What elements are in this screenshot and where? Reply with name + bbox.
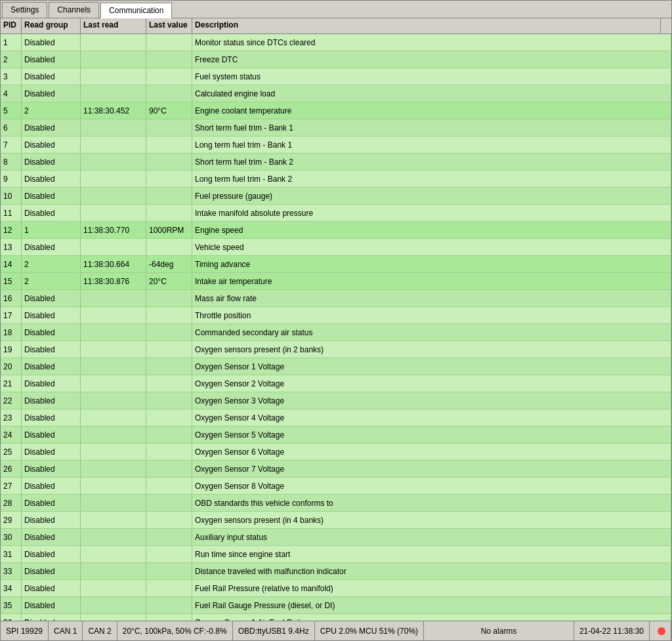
cell-lastvalue xyxy=(146,34,192,51)
cell-lastread xyxy=(81,512,146,528)
cell-lastread xyxy=(81,205,146,221)
cell-lastvalue xyxy=(146,136,192,153)
table-row[interactable]: 27DisabledOxygen Sensor 8 Voltage xyxy=(1,478,671,495)
cell-readgroup: Disabled xyxy=(22,188,81,204)
table-row[interactable]: 7DisabledLong term fuel trim - Bank 1 xyxy=(1,136,671,154)
cell-pid: 30 xyxy=(1,529,22,545)
table-row[interactable]: 19DisabledOxygen sensors present (in 2 b… xyxy=(1,341,671,358)
cell-lastread xyxy=(81,136,146,153)
cell-description: Fuel system status xyxy=(192,68,671,85)
cell-lastread xyxy=(81,34,146,51)
cell-lastvalue xyxy=(146,529,192,545)
cell-pid: 7 xyxy=(1,136,22,153)
cell-readgroup: Disabled xyxy=(22,392,81,409)
cell-pid: 35 xyxy=(1,597,22,613)
table-row[interactable]: 9DisabledLong term fuel trim - Bank 2 xyxy=(1,171,671,188)
cell-lastvalue xyxy=(146,239,192,255)
table-row[interactable]: 16DisabledMass air flow rate xyxy=(1,290,671,307)
table-row[interactable]: 3DisabledFuel system status xyxy=(1,68,671,85)
table-row[interactable]: 23DisabledOxygen Sensor 4 Voltage xyxy=(1,409,671,426)
table-row[interactable]: 6DisabledShort term fuel trim - Bank 1 xyxy=(1,119,671,136)
table-row[interactable]: 30DisabledAuxiliary input status xyxy=(1,529,671,546)
tab-communication[interactable]: Communication xyxy=(100,3,172,18)
table-row[interactable]: 24DisabledOxygen Sensor 5 Voltage xyxy=(1,426,671,444)
led-indicator xyxy=(650,621,671,640)
table-row[interactable]: 11DisabledIntake manifold absolute press… xyxy=(1,205,671,222)
table-body[interactable]: 1DisabledMonitor status since DTCs clear… xyxy=(1,34,671,621)
cell-pid: 14 xyxy=(1,256,22,272)
cell-lastread xyxy=(81,324,146,341)
cell-description: Distance traveled with malfunction indic… xyxy=(192,563,671,579)
table-row[interactable]: 21DisabledOxygen Sensor 2 Voltage xyxy=(1,375,671,392)
alarms-status: No alarms xyxy=(424,621,574,640)
cell-lastread xyxy=(81,392,146,409)
cell-lastread xyxy=(81,307,146,323)
cell-lastread: 11:38:30.664 xyxy=(81,256,146,272)
cell-pid: 4 xyxy=(1,85,22,102)
table-row[interactable]: 8DisabledShort term fuel trim - Bank 2 xyxy=(1,154,671,171)
cell-pid: 12 xyxy=(1,222,22,238)
cell-lastvalue xyxy=(146,426,192,443)
cell-pid: 31 xyxy=(1,546,22,562)
cell-readgroup: Disabled xyxy=(22,478,81,494)
cell-pid: 27 xyxy=(1,478,22,494)
cell-description: Oxygen Sensor 7 Voltage xyxy=(192,461,671,477)
cell-pid: 8 xyxy=(1,154,22,170)
cell-lastread xyxy=(81,171,146,187)
cell-description: Vehicle speed xyxy=(192,239,671,255)
cell-lastread xyxy=(81,495,146,511)
table-row[interactable]: 10DisabledFuel pressure (gauge) xyxy=(1,188,671,205)
table-row[interactable]: 4DisabledCalculated engine load xyxy=(1,85,671,102)
status-led xyxy=(658,627,665,635)
table-row[interactable]: 33DisabledDistance traveled with malfunc… xyxy=(1,563,671,580)
table-row[interactable]: 22DisabledOxygen Sensor 3 Voltage xyxy=(1,392,671,409)
cell-pid: 17 xyxy=(1,307,22,323)
cell-lastread xyxy=(81,188,146,204)
cell-description: Fuel pressure (gauge) xyxy=(192,188,671,204)
table-row[interactable]: 5211:38:30.45290°CEngine coolant tempera… xyxy=(1,102,671,119)
cell-readgroup: 2 xyxy=(22,102,81,119)
table-row[interactable]: 31DisabledRun time since engine start xyxy=(1,546,671,563)
cell-description: Monitor status since DTCs cleared xyxy=(192,34,671,51)
table-row[interactable]: 34DisabledFuel Rail Pressure (relative t… xyxy=(1,580,671,597)
table-row[interactable]: 2DisabledFreeze DTC xyxy=(1,51,671,68)
table-row[interactable]: 18DisabledCommanded secondary air status xyxy=(1,324,671,341)
table-row[interactable]: 14211:38:30.664-64degTiming advance xyxy=(1,256,671,273)
cell-lastvalue xyxy=(146,358,192,375)
table-row[interactable]: 12111:38:30.7701000RPMEngine speed xyxy=(1,222,671,239)
cell-readgroup: Disabled xyxy=(22,461,81,477)
table-row[interactable]: 36DisabledOxygen Sensor 1 Air Fuel Ratio xyxy=(1,614,671,621)
cell-readgroup: Disabled xyxy=(22,375,81,392)
status-bar: SPI 19929 CAN 1 CAN 2 20°C, 100kPa, 50% … xyxy=(1,621,671,640)
cell-lastread xyxy=(81,375,146,392)
table-row[interactable]: 29DisabledOxygen sensors present (in 4 b… xyxy=(1,512,671,529)
table-row[interactable]: 17DisabledThrottle position xyxy=(1,307,671,324)
main-window: Settings Channels Communication PID Read… xyxy=(0,0,672,641)
cell-pid: 2 xyxy=(1,51,22,68)
cell-description: Fuel Rail Gauge Pressure (diesel, or DI) xyxy=(192,597,671,613)
table-row[interactable]: 26DisabledOxygen Sensor 7 Voltage xyxy=(1,461,671,478)
cell-description: Intake air temperature xyxy=(192,273,671,289)
cell-description: Calculated engine load xyxy=(192,85,671,102)
table-row[interactable]: 20DisabledOxygen Sensor 1 Voltage xyxy=(1,358,671,375)
cell-lastvalue xyxy=(146,392,192,409)
cell-description: Oxygen sensors present (in 4 banks) xyxy=(192,512,671,528)
cell-lastvalue xyxy=(146,375,192,392)
table-row[interactable]: 25DisabledOxygen Sensor 6 Voltage xyxy=(1,444,671,461)
table-row[interactable]: 15211:38:30.87620°CIntake air temperatur… xyxy=(1,273,671,290)
col-header-readgroup: Read group xyxy=(22,18,81,33)
cell-lastvalue xyxy=(146,188,192,204)
table-row[interactable]: 13DisabledVehicle speed xyxy=(1,239,671,256)
cell-pid: 22 xyxy=(1,392,22,409)
cell-pid: 23 xyxy=(1,409,22,426)
cell-pid: 25 xyxy=(1,444,22,460)
cell-description: Freeze DTC xyxy=(192,51,671,68)
table-row[interactable]: 1DisabledMonitor status since DTCs clear… xyxy=(1,34,671,51)
tab-channels[interactable]: Channels xyxy=(49,2,99,18)
cell-lastread xyxy=(81,68,146,85)
cell-pid: 16 xyxy=(1,290,22,306)
tab-settings[interactable]: Settings xyxy=(2,2,47,18)
table-row[interactable]: 28DisabledOBD standards this vehicle con… xyxy=(1,495,671,512)
cell-pid: 33 xyxy=(1,563,22,579)
table-row[interactable]: 35DisabledFuel Rail Gauge Pressure (dies… xyxy=(1,597,671,614)
